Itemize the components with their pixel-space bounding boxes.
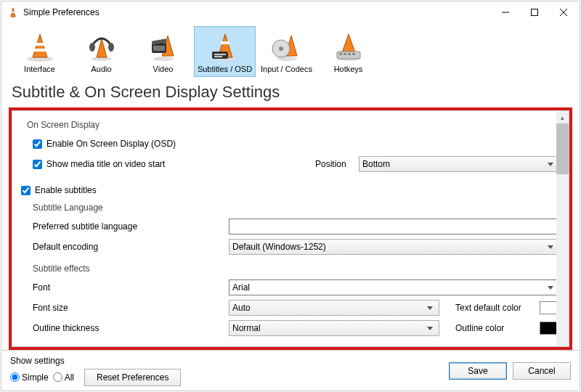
disc-cone-icon bbox=[269, 31, 304, 62]
svg-point-14 bbox=[153, 57, 174, 61]
preferred-language-input[interactable] bbox=[229, 219, 560, 234]
default-encoding-select[interactable]: Default (Windows-1252) bbox=[229, 239, 560, 255]
tab-hotkeys[interactable]: Hotkeys bbox=[317, 26, 379, 77]
svg-rect-35 bbox=[352, 53, 355, 55]
show-settings-label: Show settings bbox=[10, 356, 181, 366]
preferences-toolbar: Interface Audio Video Subtitles / OSD In… bbox=[1, 23, 580, 80]
font-select[interactable]: Arial bbox=[229, 279, 560, 295]
font-size-label: Font size bbox=[33, 303, 229, 313]
scrollbar-thumb[interactable] bbox=[556, 123, 569, 174]
app-icon bbox=[7, 7, 19, 18]
text-color-label: Text default color bbox=[455, 303, 535, 313]
outline-thickness-label: Outline thickness bbox=[33, 323, 229, 333]
tab-label: Input / Codecs bbox=[261, 65, 312, 73]
tab-video[interactable]: Video bbox=[132, 26, 194, 77]
film-cone-icon bbox=[146, 31, 181, 62]
enable-subtitles-checkbox[interactable] bbox=[21, 186, 31, 195]
outline-thickness-select[interactable]: Normal bbox=[229, 320, 439, 336]
position-label: Position bbox=[315, 159, 359, 169]
svg-rect-21 bbox=[221, 41, 229, 44]
svg-point-13 bbox=[108, 43, 114, 52]
svg-rect-17 bbox=[153, 46, 165, 51]
reset-preferences-button[interactable]: Reset Preferences bbox=[84, 369, 181, 386]
titlebar: Simple Preferences bbox=[1, 1, 580, 23]
page-title: Subtitle & On Screen Display Settings bbox=[1, 80, 580, 107]
tab-input-codecs[interactable]: Input / Codecs bbox=[256, 26, 317, 77]
tab-label: Hotkeys bbox=[334, 65, 363, 73]
tab-label: Audio bbox=[91, 65, 111, 73]
keyboard-cone-icon bbox=[331, 31, 366, 62]
font-label: Font bbox=[33, 282, 229, 293]
tab-label: Video bbox=[153, 65, 174, 73]
vertical-scrollbar[interactable]: ▴ bbox=[556, 111, 569, 346]
subtitle-language-group: Subtitle Language bbox=[21, 203, 560, 213]
cone-icon bbox=[23, 31, 57, 62]
svg-rect-8 bbox=[36, 43, 44, 46]
save-button[interactable]: Save bbox=[449, 362, 507, 380]
minimize-button[interactable] bbox=[491, 2, 520, 23]
close-button[interactable] bbox=[549, 2, 578, 23]
show-media-title-checkbox[interactable] bbox=[33, 160, 42, 169]
tab-audio[interactable]: Audio bbox=[70, 26, 132, 77]
default-encoding-label: Default encoding bbox=[33, 242, 229, 252]
window-title: Simple Preferences bbox=[23, 7, 491, 17]
tab-label: Interface bbox=[24, 65, 55, 73]
svg-marker-11 bbox=[97, 38, 107, 57]
svg-rect-1 bbox=[12, 12, 15, 13]
bottom-bar: Show settings Simple All Reset Preferenc… bbox=[1, 350, 580, 391]
simple-radio-label[interactable]: Simple bbox=[10, 372, 49, 383]
all-radio-label[interactable]: All bbox=[53, 372, 74, 383]
scroll-up-arrow[interactable]: ▴ bbox=[556, 111, 569, 123]
headphones-cone-icon bbox=[84, 31, 119, 62]
enable-osd-checkbox[interactable] bbox=[33, 139, 42, 149]
all-radio[interactable] bbox=[53, 372, 62, 382]
tab-subtitles-osd[interactable]: Subtitles / OSD bbox=[194, 26, 256, 77]
font-size-select[interactable]: Auto bbox=[229, 300, 439, 316]
tab-label: Subtitles / OSD bbox=[198, 65, 252, 73]
svg-rect-33 bbox=[344, 53, 346, 55]
maximize-button[interactable] bbox=[520, 2, 549, 23]
enable-osd-label: Enable On Screen Display (OSD) bbox=[46, 139, 176, 149]
settings-panel: On Screen Display Enable On Screen Displ… bbox=[12, 110, 569, 347]
cancel-button[interactable]: Cancel bbox=[513, 362, 571, 380]
subtitle-effects-group: Subtitle effects bbox=[21, 264, 560, 274]
svg-rect-22 bbox=[212, 52, 228, 59]
svg-point-28 bbox=[279, 46, 283, 51]
svg-point-12 bbox=[89, 43, 95, 52]
subtitle-cone-icon bbox=[208, 31, 243, 62]
osd-group-label: On Screen Display bbox=[21, 120, 560, 130]
position-select[interactable]: Bottom bbox=[359, 156, 560, 172]
svg-rect-9 bbox=[34, 49, 46, 52]
svg-rect-3 bbox=[532, 9, 538, 16]
preferred-language-label: Preferred subtitle language bbox=[33, 221, 229, 232]
svg-rect-32 bbox=[339, 53, 342, 55]
show-media-title-label: Show media title on video start bbox=[46, 159, 315, 169]
tab-interface[interactable]: Interface bbox=[9, 26, 70, 77]
enable-subtitles-label: Enable subtitles bbox=[35, 185, 97, 195]
simple-radio[interactable] bbox=[10, 372, 20, 382]
outline-color-label: Outline color bbox=[455, 323, 535, 333]
svg-rect-34 bbox=[348, 53, 351, 55]
